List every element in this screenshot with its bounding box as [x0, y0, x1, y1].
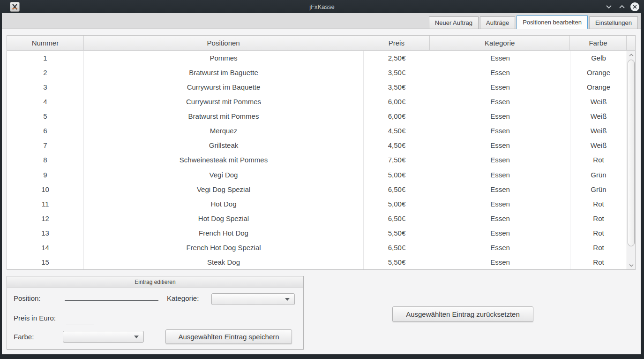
cell-preis: 6,00€	[364, 94, 430, 109]
table-row[interactable]: 8 Schweinesteak mit Pommes 7,50€ Essen R…	[7, 153, 635, 167]
table-row[interactable]: 7 Grillsteak 4,50€ Essen Weiß	[7, 138, 635, 153]
table-row[interactable]: 2 Bratwurst im Baguette 3,50€ Essen Oran…	[7, 65, 635, 80]
table-row[interactable]: 10 Vegi Dog Spezial 6,50€ Essen Grün	[7, 182, 635, 197]
table-row[interactable]: 15 Steak Dog 5,50€ Essen Rot	[7, 255, 635, 269]
column-header-nummer[interactable]: Nummer	[7, 36, 84, 50]
cell-nummer: 13	[7, 226, 84, 240]
vertical-scrollbar[interactable]	[627, 51, 635, 269]
table-row[interactable]: 11 Hot Dog 5,00€ Essen Rot	[7, 197, 635, 211]
table-row[interactable]: 5 Bratwurst mit Pommes 6,00€ Essen Weiß	[7, 109, 635, 123]
tab-auftraege[interactable]: Aufträge	[480, 16, 515, 29]
cell-kategorie: Essen	[430, 80, 570, 94]
scrollbar-up-chevron-icon[interactable]	[627, 51, 635, 59]
cell-preis: 4,50€	[364, 138, 430, 153]
cell-farbe: Rot	[570, 255, 627, 269]
window-title: jFxKasse	[0, 3, 644, 10]
table-body: 1 Pommes 2,50€ Essen Gelb 2 Bratwurst im…	[7, 51, 635, 269]
cell-farbe: Grün	[570, 182, 627, 197]
cell-nummer: 5	[7, 109, 84, 123]
scrollbar-thumb[interactable]	[628, 60, 635, 246]
cell-kategorie: Essen	[430, 123, 570, 138]
tab-einstellungen[interactable]: Einstellungen	[589, 16, 638, 29]
cell-farbe: Rot	[570, 197, 627, 211]
cell-preis: 5,00€	[364, 168, 430, 182]
farbe-combobox[interactable]	[63, 331, 144, 343]
edit-entry-panel-header[interactable]: Eintrag editieren	[7, 276, 303, 288]
cell-farbe: Orange	[570, 65, 627, 80]
cell-farbe: Weiß	[570, 109, 627, 123]
cell-position: Pommes	[84, 51, 364, 65]
tab-neuer-auftrag[interactable]: Neuer Auftrag	[429, 16, 479, 29]
minimize-chevron-down-icon[interactable]	[604, 2, 613, 11]
reset-entry-button[interactable]: Ausgewählten Eintrag zurücksetzten	[392, 306, 533, 322]
cell-nummer: 3	[7, 80, 84, 94]
cell-preis: 2,50€	[364, 51, 430, 65]
table-row[interactable]: 13 French Hot Dog 5,50€ Essen Rot	[7, 226, 635, 240]
table-row[interactable]: 12 Hot Dog Spezial 6,50€ Essen Rot	[7, 211, 635, 226]
table-row[interactable]: 14 French Hot Dog Spezial 6,50€ Essen Ro…	[7, 240, 635, 255]
cell-kategorie: Essen	[430, 51, 570, 65]
cell-position: Bratwurst mit Pommes	[84, 109, 364, 123]
cell-kategorie: Essen	[430, 255, 570, 269]
cell-position: Vegi Dog	[84, 168, 364, 182]
table-row[interactable]: 6 Merquez 4,50€ Essen Weiß	[7, 123, 635, 138]
cell-position: Vegi Dog Spezial	[84, 182, 364, 197]
close-icon[interactable]	[630, 2, 639, 11]
column-header-kategorie[interactable]: Kategorie	[430, 36, 570, 50]
cell-position: Hot Dog	[84, 197, 364, 211]
table-row[interactable]: 4 Currywurst mit Pommes 6,00€ Essen Weiß	[7, 94, 635, 109]
cell-farbe: Grün	[570, 168, 627, 182]
cell-position: Bratwurst im Baguette	[84, 65, 364, 80]
cell-preis: 5,50€	[364, 226, 430, 240]
position-label: Position:	[14, 294, 41, 302]
cell-farbe: Weiß	[570, 138, 627, 153]
cell-position: Merquez	[84, 123, 364, 138]
cell-preis: 5,00€	[364, 197, 430, 211]
content-area: Neuer Auftrag Aufträge Positionen bearbe…	[2, 13, 641, 354]
cell-nummer: 11	[7, 197, 84, 211]
position-input[interactable]	[65, 291, 158, 301]
cell-kategorie: Essen	[430, 182, 570, 197]
table-row[interactable]: 9 Vegi Dog 5,00€ Essen Grün	[7, 168, 635, 182]
scrollbar-down-chevron-icon[interactable]	[627, 261, 635, 269]
column-header-preis[interactable]: Preis	[363, 36, 430, 50]
cell-farbe: Weiß	[570, 123, 627, 138]
kategorie-combobox[interactable]	[211, 293, 295, 305]
app-window-icon[interactable]	[10, 2, 20, 12]
cell-position: Grillsteak	[84, 138, 364, 153]
cell-position: Currywurst mit Pommes	[84, 94, 364, 109]
cell-kategorie: Essen	[430, 65, 570, 80]
cell-kategorie: Essen	[430, 153, 570, 167]
cell-kategorie: Essen	[430, 211, 570, 226]
x-glyph-icon	[12, 4, 18, 10]
cell-nummer: 6	[7, 123, 84, 138]
cell-preis: 4,50€	[364, 123, 430, 138]
preis-input[interactable]	[66, 316, 94, 324]
table-row[interactable]: 3 Currywurst im Baquette 3,50€ Essen Ora…	[7, 80, 635, 94]
column-header-farbe[interactable]: Farbe	[570, 36, 627, 50]
positions-table: Nummer Positionen Preis Kategorie Farbe …	[7, 35, 636, 270]
dropdown-arrow-icon	[134, 336, 139, 338]
kategorie-label: Kategorie:	[167, 294, 199, 302]
cell-farbe: Rot	[570, 153, 627, 167]
cell-position: Schweinesteak mit Pommes	[84, 153, 364, 167]
table-row[interactable]: 1 Pommes 2,50€ Essen Gelb	[7, 51, 635, 65]
maximize-chevron-up-icon[interactable]	[617, 2, 626, 11]
tab-positionen-bearbeiten[interactable]: Positionen bearbeiten	[517, 15, 588, 29]
cell-kategorie: Essen	[430, 109, 570, 123]
cell-position: French Hot Dog	[84, 226, 364, 240]
tab-bar: Neuer Auftrag Aufträge Positionen bearbe…	[2, 13, 641, 29]
save-entry-button[interactable]: Ausgewählten Eintrag speichern	[165, 329, 292, 344]
cell-nummer: 9	[7, 168, 84, 182]
header-scrollbar-corner	[627, 36, 635, 50]
cell-nummer: 7	[7, 138, 84, 153]
cell-preis: 6,00€	[364, 109, 430, 123]
cell-kategorie: Essen	[430, 94, 570, 109]
cell-nummer: 1	[7, 51, 84, 65]
cell-kategorie: Essen	[430, 240, 570, 255]
dropdown-arrow-icon	[285, 298, 290, 301]
cell-preis: 3,50€	[364, 80, 430, 94]
cell-nummer: 12	[7, 211, 84, 226]
column-header-positionen[interactable]: Positionen	[84, 36, 364, 50]
cell-kategorie: Essen	[430, 226, 570, 240]
